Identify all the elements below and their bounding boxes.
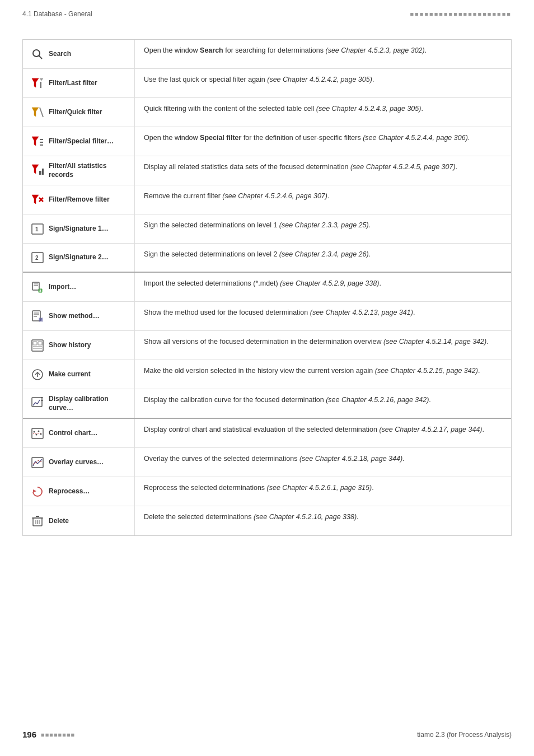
filter-last-icon bbox=[30, 76, 45, 91]
icon-label-overlay-curves: Overlay curves… bbox=[49, 458, 104, 467]
svg-text:2: 2 bbox=[35, 255, 39, 261]
icon-cell-filter-special: Filter/Special filter… bbox=[23, 127, 135, 156]
icon-label-filter-last: Filter/Last filter bbox=[49, 79, 97, 88]
display-cal-icon bbox=[30, 395, 45, 410]
table-row: Display calibration curve…Display the ca… bbox=[23, 389, 511, 419]
main-content: SearchOpen the window Search for searchi… bbox=[0, 22, 534, 558]
icon-cell-overlay-curves: Overlay curves… bbox=[23, 448, 135, 477]
icon-label-sign1: Sign/Signature 1… bbox=[49, 225, 109, 234]
svg-line-6 bbox=[40, 108, 43, 117]
sign1-icon: 1 bbox=[30, 221, 45, 237]
svg-marker-2 bbox=[32, 78, 39, 87]
table-row: Filter/Last filterUse the last quick or … bbox=[23, 69, 511, 98]
table-row: Make currentMake the old version selecte… bbox=[23, 360, 511, 389]
table-row: 1Sign/Signature 1…Sign the selected dete… bbox=[23, 214, 511, 244]
desc-cell-filter-remove: Remove the current filter (see Chapter 4… bbox=[135, 185, 511, 214]
desc-cell-filter-quick: Quick filtering with the content of the … bbox=[135, 98, 511, 127]
icon-cell-sign1: 1Sign/Signature 1… bbox=[23, 214, 135, 243]
desc-cell-search: Open the window Search for searching for… bbox=[135, 40, 511, 68]
svg-marker-14 bbox=[32, 195, 39, 204]
overlay-curves-icon bbox=[30, 455, 45, 470]
table-row: Control chart…Display control chart and … bbox=[23, 419, 511, 448]
icon-label-filter-quick: Filter/Quick filter bbox=[49, 108, 102, 117]
icon-cell-control-chart: Control chart… bbox=[23, 419, 135, 447]
svg-marker-5 bbox=[32, 108, 39, 116]
desc-cell-filter-special: Open the window Special filter for the d… bbox=[135, 127, 511, 156]
table-row: MShow method…Show the method used for th… bbox=[23, 302, 511, 331]
desc-cell-delete: Delete the selected determinations (see … bbox=[135, 506, 511, 535]
icon-cell-make-current: Make current bbox=[23, 360, 135, 389]
table-row: 2Sign/Signature 2…Sign the selected dete… bbox=[23, 244, 511, 273]
svg-line-1 bbox=[39, 55, 43, 59]
svg-rect-49 bbox=[32, 458, 43, 468]
svg-rect-12 bbox=[39, 171, 41, 175]
icon-label-reprocess: Reprocess… bbox=[49, 487, 90, 496]
svg-marker-50 bbox=[33, 489, 36, 493]
delete-icon bbox=[30, 513, 45, 529]
svg-rect-23 bbox=[34, 285, 38, 286]
page-number-area: 196 ■■■■■■■■ bbox=[22, 730, 75, 739]
svg-point-45 bbox=[34, 431, 35, 432]
desc-cell-show-method: Show the method used for the focused det… bbox=[135, 302, 511, 330]
icon-label-filter-remove: Filter/Remove filter bbox=[49, 195, 110, 204]
icon-cell-show-history: Show history bbox=[23, 331, 135, 360]
show-method-icon: M bbox=[30, 309, 45, 324]
desc-cell-import: Import the selected determinations (*.md… bbox=[135, 273, 511, 301]
page-number: 196 bbox=[22, 730, 36, 739]
page-footer: 196 ■■■■■■■■ tiamo 2.3 (for Process Anal… bbox=[0, 718, 534, 750]
sign2-icon: 2 bbox=[30, 250, 45, 265]
icon-cell-filter-quick: Filter/Quick filter bbox=[23, 98, 135, 127]
search-icon bbox=[30, 46, 45, 62]
header-decoration: ■■■■■■■■■■■■■■■■■■■■■ bbox=[410, 11, 512, 17]
svg-rect-13 bbox=[42, 169, 44, 175]
svg-point-48 bbox=[40, 433, 42, 435]
svg-point-0 bbox=[33, 50, 40, 57]
svg-point-46 bbox=[36, 433, 38, 435]
icon-cell-reprocess: Reprocess… bbox=[23, 477, 135, 506]
desc-cell-display-cal: Display the calibration curve for the fo… bbox=[135, 389, 511, 418]
filter-remove-icon bbox=[30, 192, 45, 208]
table-row: Overlay curves…Overlay the curves of the… bbox=[23, 448, 511, 477]
icon-label-search: Search bbox=[49, 50, 71, 59]
desc-cell-overlay-curves: Overlay the curves of the selected deter… bbox=[135, 448, 511, 477]
desc-cell-filter-last: Use the last quick or special filter aga… bbox=[135, 69, 511, 97]
icon-cell-sign2: 2Sign/Signature 2… bbox=[23, 244, 135, 272]
table-row: Filter/All statistics recordsDisplay all… bbox=[23, 156, 511, 185]
filter-special-icon bbox=[30, 134, 45, 150]
icon-label-delete: Delete bbox=[49, 517, 69, 526]
reference-table: SearchOpen the window Search for searchi… bbox=[22, 39, 512, 536]
icon-label-display-cal: Display calibration curve… bbox=[49, 395, 128, 412]
footer-product-name: tiamo 2.3 (for Process Analysis) bbox=[417, 731, 512, 739]
import-icon bbox=[30, 279, 45, 295]
filter-quick-icon bbox=[30, 105, 45, 120]
icon-cell-search: Search bbox=[23, 40, 135, 68]
icon-cell-filter-all-stats: Filter/All statistics records bbox=[23, 156, 135, 185]
icon-cell-display-cal: Display calibration curve… bbox=[23, 389, 135, 418]
desc-cell-show-history: Show all versions of the focused determi… bbox=[135, 331, 511, 360]
table-row: Filter/Quick filterQuick filtering with … bbox=[23, 98, 511, 127]
header-section-label: 4.1 Database - General bbox=[22, 10, 92, 18]
desc-cell-filter-all-stats: Display all related statistics data sets… bbox=[135, 156, 511, 185]
icon-label-filter-all-stats: Filter/All statistics records bbox=[49, 162, 128, 179]
svg-point-47 bbox=[38, 430, 40, 432]
svg-marker-11 bbox=[32, 165, 39, 174]
svg-marker-7 bbox=[32, 137, 39, 146]
table-row: DeleteDelete the selected determinations… bbox=[23, 506, 511, 535]
icon-label-filter-special: Filter/Special filter… bbox=[49, 137, 114, 146]
page-header: 4.1 Database - General ■■■■■■■■■■■■■■■■■… bbox=[0, 0, 534, 22]
icon-label-sign2: Sign/Signature 2… bbox=[49, 253, 109, 262]
desc-cell-sign1: Sign the selected determinations on leve… bbox=[135, 214, 511, 243]
svg-rect-22 bbox=[34, 283, 38, 284]
make-current-icon bbox=[30, 367, 45, 382]
icon-label-control-chart: Control chart… bbox=[49, 429, 97, 438]
icon-label-show-history: Show history bbox=[49, 341, 91, 350]
icon-cell-import: Import… bbox=[23, 273, 135, 301]
table-row: Filter/Remove filterRemove the current f… bbox=[23, 185, 511, 214]
icon-label-show-method: Show method… bbox=[49, 312, 100, 321]
desc-cell-reprocess: Reprocess the selected determinations (s… bbox=[135, 477, 511, 506]
icon-label-import: Import… bbox=[49, 283, 76, 292]
reprocess-icon bbox=[30, 484, 45, 500]
svg-rect-34 bbox=[33, 342, 37, 345]
footer-dots: ■■■■■■■■ bbox=[41, 731, 75, 738]
svg-text:1: 1 bbox=[35, 226, 39, 232]
